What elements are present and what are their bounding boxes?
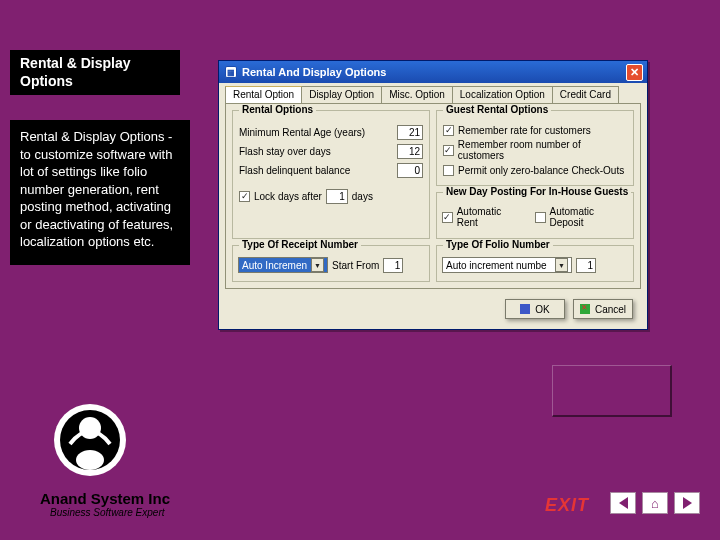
cancel-button[interactable]: Cancel (573, 299, 633, 319)
new-day-posting-group: New Day Posting For In-House Guests ✓Aut… (436, 192, 634, 239)
company-block: Anand System Inc Business Software Exper… (40, 490, 170, 518)
tab-display-option[interactable]: Display Option (301, 86, 382, 103)
remember-room-checkbox[interactable]: ✓ (443, 145, 454, 156)
folio-start-from-field[interactable]: 1 (576, 258, 596, 273)
next-button[interactable] (674, 492, 700, 514)
remember-rate-label: Remember rate for customers (458, 125, 591, 136)
auto-rent-checkbox[interactable]: ✓ (442, 212, 453, 223)
receipt-mode-select[interactable]: Auto Incremen ▼ (238, 257, 328, 273)
company-name: Anand System Inc (40, 490, 170, 507)
folio-mode-value: Auto increment numbe (446, 260, 547, 271)
flash-delinquent-field[interactable]: 0 (397, 163, 423, 178)
close-icon: ✕ (630, 67, 639, 78)
permit-zero-checkbox[interactable] (443, 165, 454, 176)
chevron-down-icon: ▼ (555, 258, 568, 272)
min-rental-age-label: Minimum Rental Age (years) (239, 127, 365, 138)
new-day-legend: New Day Posting For In-House Guests (443, 186, 631, 197)
dialog-button-bar: OK Cancel (219, 295, 647, 329)
company-tagline: Business Software Expert (50, 507, 170, 518)
remember-room-label: Remember room number of customers (458, 139, 627, 161)
close-button[interactable]: ✕ (626, 64, 643, 81)
flash-stay-field[interactable]: 12 (397, 144, 423, 159)
receipt-legend: Type Of Receipt Number (239, 239, 361, 250)
prev-button[interactable] (610, 492, 636, 514)
guest-options-legend: Guest Rental Options (443, 104, 551, 115)
placeholder-box (552, 365, 672, 417)
svg-point-3 (79, 417, 101, 439)
dialog-titlebar[interactable]: ▦ Rental And Display Options ✕ (219, 61, 647, 83)
permit-zero-label: Permit only zero-balance Check-Outs (458, 165, 624, 176)
slide-nav: ⌂ (610, 492, 700, 514)
tab-misc-option[interactable]: Misc. Option (381, 86, 453, 103)
ok-button[interactable]: OK (505, 299, 565, 319)
tab-rental-option[interactable]: Rental Option (225, 86, 302, 103)
arrow-right-icon (683, 497, 692, 509)
exit-button[interactable]: EXIT (545, 495, 589, 516)
tab-body: Rental Options Minimum Rental Age (years… (225, 103, 641, 289)
lock-days-field[interactable]: 1 (326, 189, 348, 204)
rental-options-group: Rental Options Minimum Rental Age (years… (232, 110, 430, 239)
receipt-start-from-field[interactable]: 1 (383, 258, 403, 273)
cancel-label: Cancel (595, 304, 626, 315)
receipt-start-from-label: Start From (332, 260, 379, 271)
flash-delinquent-label: Flash delinquent balance (239, 165, 350, 176)
sidebar-title: Rental & Display Options (10, 50, 180, 95)
lock-days-suffix: days (352, 191, 373, 202)
ok-icon (520, 304, 530, 314)
guest-rental-options-group: Guest Rental Options ✓Remember rate for … (436, 110, 634, 186)
folio-mode-select[interactable]: Auto increment numbe ▼ (442, 257, 572, 273)
ok-label: OK (535, 304, 549, 315)
tab-credit-card[interactable]: Credit Card (552, 86, 619, 103)
rental-options-dialog: ▦ Rental And Display Options ✕ Rental Op… (218, 60, 648, 330)
auto-deposit-checkbox[interactable] (535, 212, 546, 223)
home-icon: ⌂ (651, 496, 659, 511)
lock-days-label: Lock days after (254, 191, 322, 202)
rental-options-legend: Rental Options (239, 104, 316, 115)
auto-rent-label: Automatic Rent (457, 206, 523, 228)
company-logo (50, 400, 130, 480)
sidebar-description: Rental & Display Options - to customize … (10, 120, 190, 265)
chevron-down-icon: ▼ (311, 258, 324, 272)
folio-number-group: Type Of Folio Number Auto increment numb… (436, 245, 634, 282)
home-button[interactable]: ⌂ (642, 492, 668, 514)
folio-legend: Type Of Folio Number (443, 239, 553, 250)
arrow-left-icon (619, 497, 628, 509)
min-rental-age-field[interactable]: 21 (397, 125, 423, 140)
svg-point-2 (76, 450, 104, 470)
flash-stay-label: Flash stay over days (239, 146, 331, 157)
lock-days-checkbox[interactable]: ✓ (239, 191, 250, 202)
dialog-title: Rental And Display Options (242, 66, 386, 78)
app-icon: ▦ (225, 66, 237, 78)
remember-rate-checkbox[interactable]: ✓ (443, 125, 454, 136)
tab-strip: Rental Option Display Option Misc. Optio… (219, 83, 647, 103)
tab-localization-option[interactable]: Localization Option (452, 86, 553, 103)
receipt-number-group: Type Of Receipt Number Auto Incremen ▼ S… (232, 245, 430, 282)
auto-deposit-label: Automatic Deposit (550, 206, 628, 228)
receipt-mode-value: Auto Incremen (242, 260, 307, 271)
cancel-icon (580, 304, 590, 314)
